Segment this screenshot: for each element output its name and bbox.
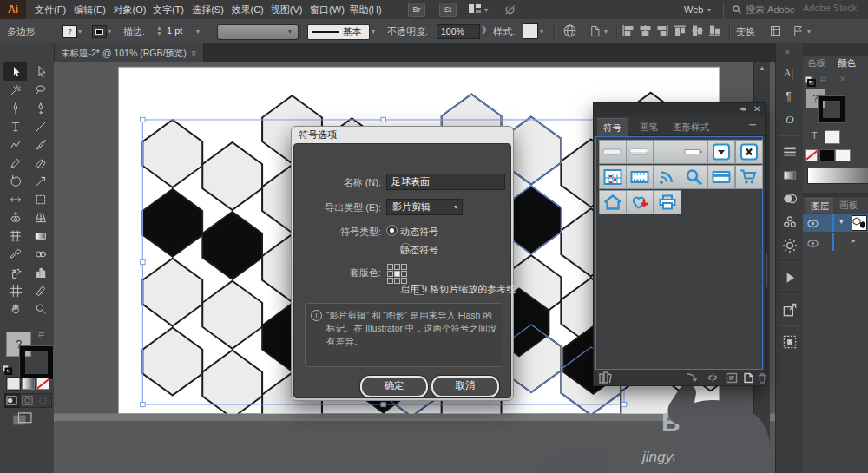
layer-expand-icon[interactable]: ▾: [839, 217, 844, 226]
menu-item[interactable]: 窗口(W): [310, 0, 345, 19]
search-input[interactable]: 搜索 Adobe: [746, 3, 795, 16]
tab-graphic-styles[interactable]: 图形样式: [667, 118, 715, 135]
shape-builder-tool[interactable]: [3, 208, 27, 227]
symbol-calendar[interactable]: [599, 165, 627, 189]
layer-row[interactable]: ▸: [803, 233, 868, 251]
symbol-home[interactable]: [599, 190, 627, 214]
dynamic-symbol-radio[interactable]: [386, 225, 398, 236]
none-swatch[interactable]: [805, 149, 818, 161]
static-symbol-label[interactable]: 静态符号: [400, 244, 438, 257]
brush-caret-icon[interactable]: ▾: [288, 28, 292, 36]
selection-tool[interactable]: [3, 62, 27, 81]
gradient-panel-icon[interactable]: [779, 165, 800, 186]
align-h-center-icon[interactable]: [639, 24, 652, 39]
place-symbol-icon[interactable]: [686, 371, 698, 387]
transform-label[interactable]: 变换: [736, 25, 755, 38]
stroke-weight-value[interactable]: 1 pt: [167, 25, 182, 36]
symbol-libraries-icon[interactable]: [599, 371, 613, 387]
default-fill-stroke-icon[interactable]: [3, 363, 12, 378]
search-icon[interactable]: [732, 4, 742, 16]
document-setup-icon[interactable]: [589, 24, 602, 40]
none-mode-chip[interactable]: [36, 378, 49, 390]
document-tab-close-icon[interactable]: ×: [191, 43, 196, 62]
shaper-tool[interactable]: [3, 135, 27, 154]
stroke-style-select[interactable]: 基本: [307, 24, 370, 40]
zoom-tool[interactable]: [29, 299, 52, 318]
opacity-expand-icon[interactable]: ❯: [481, 25, 488, 34]
align-right-icon[interactable]: [656, 24, 669, 39]
pattern-panel-icon[interactable]: [779, 332, 800, 352]
opentype-panel-icon[interactable]: O: [779, 109, 800, 130]
tab-symbols[interactable]: 符号: [597, 118, 628, 136]
rotate-tool[interactable]: [3, 172, 27, 190]
color-stroke-proxy[interactable]: [819, 96, 845, 122]
tab-artboards[interactable]: 画板: [839, 198, 858, 212]
gradient-mode-chip[interactable]: [22, 378, 35, 390]
paragraph-panel-icon[interactable]: ¶: [779, 86, 800, 107]
blend-tool[interactable]: [29, 245, 52, 263]
properties-icon[interactable]: [792, 24, 805, 39]
arrange-documents-icon[interactable]: [469, 3, 482, 16]
fill-color-chip[interactable]: ?: [62, 25, 77, 38]
document-setup-caret-icon[interactable]: ▾: [604, 28, 608, 36]
swap-colors-icon[interactable]: ⇄: [820, 75, 827, 83]
stroke-weight-caret-icon[interactable]: ▾: [196, 28, 200, 36]
bridge-button[interactable]: Br: [408, 3, 425, 17]
stroke-color-chip[interactable]: [92, 25, 107, 38]
cancel-button[interactable]: 取消: [431, 376, 499, 397]
panel-collapse-icon[interactable]: ◂◂: [740, 104, 744, 113]
eraser-tool[interactable]: [29, 154, 52, 172]
pen-tool[interactable]: [3, 99, 27, 117]
perspective-grid-tool[interactable]: [29, 208, 52, 227]
symbol-film-strip[interactable]: [626, 165, 654, 189]
align-top-icon[interactable]: [674, 24, 687, 39]
name-input[interactable]: 足球表面: [386, 174, 505, 190]
tab-layers[interactable]: 图层: [806, 198, 833, 213]
magic-wand-tool[interactable]: [3, 81, 27, 99]
symbol-printer[interactable]: [654, 190, 681, 214]
tint-ramp[interactable]: [807, 168, 868, 184]
stroke-weight-label[interactable]: 描边:: [123, 25, 145, 38]
eye-icon[interactable]: [807, 216, 819, 232]
symbol-sprayer-tool[interactable]: [3, 263, 27, 281]
stroke-stepper[interactable]: ▲▼: [156, 24, 162, 36]
direct-selection-tool[interactable]: [29, 62, 52, 81]
scale-tool[interactable]: [29, 172, 52, 190]
black-swatch[interactable]: [819, 149, 835, 161]
symbol-options-icon[interactable]: [726, 371, 738, 387]
dynamic-symbol-label[interactable]: 动态符号: [400, 226, 438, 239]
menu-item[interactable]: 选择(S): [192, 0, 224, 19]
eyedropper-tool[interactable]: [3, 245, 27, 263]
screen-mode-icon[interactable]: [12, 412, 33, 431]
draw-behind-mode-button[interactable]: [20, 393, 36, 408]
style-caret-icon[interactable]: ▾: [540, 28, 543, 36]
workspace-switcher[interactable]: Web: [684, 3, 703, 16]
menu-item[interactable]: 视图(V): [271, 0, 303, 19]
panel-menu-icon[interactable]: ☰: [748, 120, 757, 131]
symbol-options-dialog[interactable]: 符号选项 名称 (N): 足球表面 导出类型 (E): 影片剪辑 ▾ 符号类型:…: [291, 126, 514, 401]
stroke-style-caret-icon[interactable]: ▾: [372, 28, 375, 36]
nine-slice-label[interactable]: 启用 9 格切片缩放的参考线: [400, 283, 516, 296]
lasso-tool[interactable]: [29, 81, 52, 99]
stroke-caret-icon[interactable]: ▾: [108, 28, 111, 36]
break-link-icon[interactable]: [707, 371, 720, 387]
graph-tool[interactable]: [29, 263, 52, 281]
actions-panel-icon[interactable]: [779, 267, 800, 288]
opacity-label[interactable]: 不透明度:: [387, 25, 428, 38]
stock-button[interactable]: St: [439, 3, 457, 17]
document-setup-globe-icon[interactable]: [562, 23, 577, 40]
transform-panel-icon[interactable]: [769, 24, 782, 39]
arrange-caret-icon[interactable]: ▾: [484, 6, 488, 14]
align-v-center-icon[interactable]: [691, 24, 704, 39]
symbol-bar-button[interactable]: [599, 140, 627, 164]
menu-item[interactable]: 帮助(H): [349, 0, 381, 19]
menu-item[interactable]: 文件(F): [35, 0, 66, 19]
symbol-blank-button[interactable]: [654, 140, 681, 164]
symbol-wifi[interactable]: [654, 165, 681, 189]
symbols-panel-icon[interactable]: [779, 212, 800, 233]
align-bottom-icon[interactable]: [708, 24, 721, 39]
tint-value-box[interactable]: [825, 130, 840, 144]
symbol-close-button[interactable]: [735, 140, 763, 164]
tab-swatches[interactable]: 色板: [807, 56, 825, 69]
pencil-tool[interactable]: [3, 154, 27, 172]
